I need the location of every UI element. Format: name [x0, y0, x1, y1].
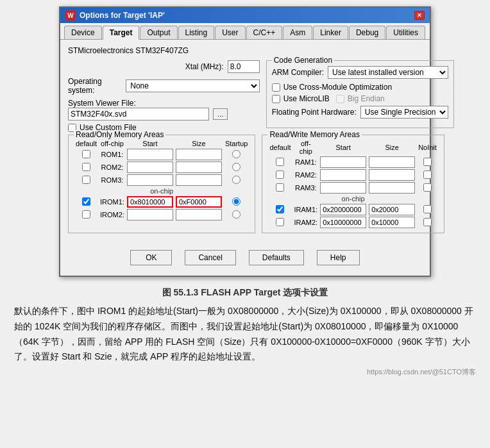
- title-bar-left: W Options for Target 'IAP': [65, 10, 165, 21]
- irom2-size[interactable]: [176, 209, 222, 220]
- irom2-start[interactable]: [127, 209, 173, 220]
- ram3-default[interactable]: [276, 183, 284, 192]
- read-only-title: Read/Only Memory Areas: [74, 130, 165, 139]
- read-only-group: Read/Only Memory Areas default off-chip …: [68, 135, 255, 233]
- ram3-noinit[interactable]: [423, 183, 432, 192]
- iram1-size[interactable]: [369, 204, 415, 215]
- annotation-section: 图 55.1.3 FLASH APP Target 选项卡设置 默认的条件下，图…: [14, 287, 476, 377]
- tab-user[interactable]: User: [215, 26, 245, 39]
- svd-input[interactable]: [68, 108, 209, 120]
- ram1-start[interactable]: [320, 156, 366, 168]
- tab-device[interactable]: Device: [64, 26, 102, 39]
- rom3-size[interactable]: [176, 174, 222, 186]
- arm-compiler-select[interactable]: Use latest installed version: [328, 66, 448, 79]
- irom2-startup[interactable]: [232, 210, 241, 219]
- cancel-button[interactable]: Cancel: [185, 250, 235, 265]
- iram2-noinit[interactable]: [423, 218, 432, 226]
- ro-header-default: default: [74, 139, 99, 148]
- tab-target[interactable]: Target: [103, 26, 140, 40]
- ram2-start[interactable]: [320, 169, 366, 181]
- memory-areas-row: Read/Only Memory Areas default off-chip …: [68, 135, 422, 238]
- ram2-default[interactable]: [276, 170, 284, 179]
- app-icon: W: [65, 10, 76, 21]
- table-row: RAM2:: [267, 169, 438, 181]
- ram1-label: RAM1:: [295, 158, 317, 166]
- arm-compiler-row: ARM Compiler: Use latest installed versi…: [272, 66, 448, 79]
- table-row: IROM2:: [74, 208, 249, 221]
- cross-module-checkbox[interactable]: [272, 83, 280, 92]
- system-viewer-section: System Viewer File: ...: [68, 99, 260, 120]
- ram1-default[interactable]: [276, 158, 284, 166]
- annotation-body: 默认的条件下，图中 IROM1 的起始地址(Start)一般为 0X080000…: [14, 304, 476, 365]
- iram1-default[interactable]: [276, 205, 284, 213]
- irom2-label: IROM2:: [100, 211, 124, 219]
- right-column: Code Generation ARM Compiler: Use latest…: [266, 60, 454, 135]
- tab-debug[interactable]: Debug: [349, 26, 385, 39]
- ram3-start[interactable]: [320, 182, 366, 194]
- iram2-start[interactable]: [320, 217, 366, 228]
- rw-header-default: default: [267, 139, 292, 156]
- tab-linker[interactable]: Linker: [313, 26, 348, 39]
- floating-point-select[interactable]: Use Single Precision: [360, 106, 448, 119]
- irom1-row: IROM1:: [74, 195, 249, 208]
- system-viewer-label: System Viewer File:: [68, 99, 260, 108]
- rom3-startup[interactable]: [232, 176, 241, 184]
- ram1-size[interactable]: [369, 156, 415, 168]
- ram2-noinit[interactable]: [423, 170, 432, 179]
- rom1-start[interactable]: [127, 149, 173, 160]
- rom2-startup[interactable]: [232, 163, 241, 171]
- micro-lib-checkbox[interactable]: [272, 95, 280, 103]
- defaults-button[interactable]: Defaults: [249, 250, 304, 265]
- browse-button[interactable]: ...: [213, 108, 228, 120]
- floating-point-label: Floating Point Hardware:: [272, 108, 357, 117]
- iram2-default[interactable]: [276, 218, 284, 226]
- micro-lib-row: Use MicroLIB Big Endian: [272, 94, 448, 103]
- xtal-input[interactable]: [228, 60, 260, 73]
- xtal-row: Xtal (MHz):: [68, 60, 260, 73]
- rom2-label: ROM2:: [101, 163, 124, 171]
- dialog-body: STMicroelectronics STM32F407ZG Xtal (MHz…: [60, 40, 430, 276]
- title-bar-controls: ✕: [414, 11, 425, 20]
- floating-point-row: Floating Point Hardware: Use Single Prec…: [272, 106, 448, 119]
- help-button[interactable]: Help: [317, 250, 360, 265]
- iram1-start[interactable]: [320, 204, 366, 215]
- os-select[interactable]: None: [126, 79, 259, 92]
- tab-utilities[interactable]: Utilities: [386, 26, 425, 39]
- close-button[interactable]: ✕: [414, 11, 425, 20]
- main-columns: Xtal (MHz): Operating system: None Syste…: [68, 60, 422, 135]
- rom1-size[interactable]: [176, 149, 222, 160]
- table-row: on-chip: [267, 194, 438, 203]
- big-endian-checkbox[interactable]: [336, 95, 344, 103]
- tab-listing[interactable]: Listing: [178, 26, 215, 39]
- irom2-default[interactable]: [82, 210, 90, 219]
- tab-output[interactable]: Output: [140, 26, 177, 39]
- tab-asm[interactable]: Asm: [283, 26, 312, 39]
- rw-header-noinit: NoInit: [416, 139, 439, 156]
- rom3-default[interactable]: [82, 176, 90, 184]
- iram1-noinit[interactable]: [423, 205, 432, 213]
- ro-header-start: Start: [126, 139, 174, 148]
- ram3-size[interactable]: [369, 182, 415, 194]
- system-viewer-row: ...: [68, 108, 260, 120]
- rw-on-chip-label: on-chip: [267, 194, 438, 203]
- rom1-default[interactable]: [82, 150, 90, 158]
- iram2-row: IRAM2:: [267, 216, 438, 229]
- rom2-size[interactable]: [176, 162, 222, 173]
- ram1-noinit[interactable]: [423, 158, 432, 166]
- irom1-default[interactable]: [82, 197, 90, 206]
- rom1-startup[interactable]: [232, 150, 241, 158]
- code-gen-title: Code Generation: [272, 56, 334, 65]
- irom1-size[interactable]: [176, 196, 222, 208]
- irom1-start[interactable]: [127, 196, 173, 208]
- micro-lib-label: Use MicroLIB: [283, 94, 330, 103]
- tab-cpp[interactable]: C/C++: [246, 26, 283, 39]
- device-name-label: STMicroelectronics STM32F407ZG: [68, 46, 422, 55]
- rom2-start[interactable]: [127, 162, 173, 173]
- iram1-row: IRAM1:: [267, 203, 438, 216]
- ram2-size[interactable]: [369, 169, 415, 181]
- rom3-start[interactable]: [127, 174, 173, 186]
- ok-button[interactable]: OK: [130, 250, 172, 265]
- irom1-startup[interactable]: [232, 197, 241, 206]
- iram2-size[interactable]: [369, 217, 415, 228]
- rom2-default[interactable]: [82, 163, 90, 171]
